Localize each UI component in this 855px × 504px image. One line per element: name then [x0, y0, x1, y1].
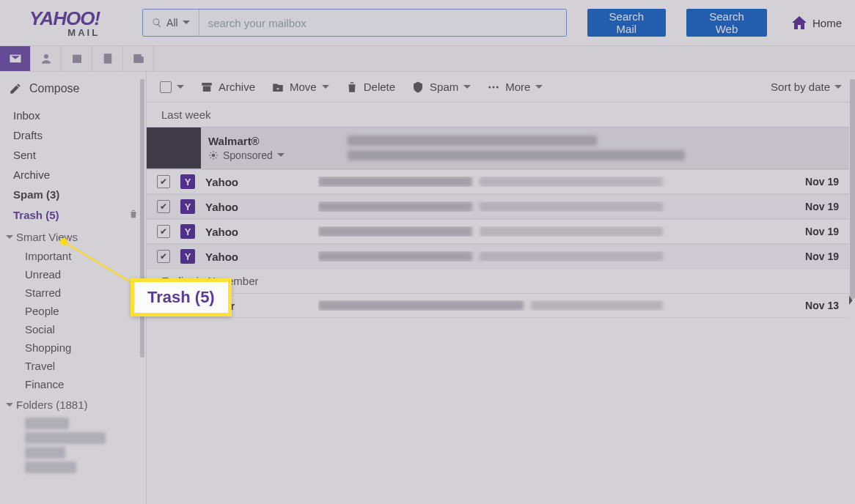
ad-thumbnail — [147, 127, 201, 168]
home-icon — [790, 14, 808, 32]
row-date: Nov 19 — [788, 176, 839, 188]
smart-view-travel[interactable]: Travel — [0, 357, 146, 375]
search-icon — [152, 18, 162, 28]
folder-inbox[interactable]: Inbox — [0, 105, 146, 125]
chevron-down-icon — [535, 81, 543, 93]
row-subject-redacted — [318, 201, 472, 212]
custom-folder-redacted[interactable] — [25, 447, 65, 459]
folder-trash[interactable]: Trash (5) — [0, 204, 146, 226]
chevron-down-icon — [6, 401, 13, 409]
folder-sent[interactable]: Sent — [0, 145, 146, 165]
archive-icon — [200, 81, 213, 94]
row-checkbox[interactable] — [157, 175, 170, 188]
row-sender: Yahoo — [205, 176, 308, 188]
row-subject-redacted — [318, 226, 472, 237]
svg-point-0 — [489, 86, 491, 88]
chevron-down-icon — [277, 149, 285, 161]
message-list: Last week Walmart® Sponsored YYahooNov 1… — [147, 103, 855, 504]
row-sender: Yahoo — [205, 226, 308, 238]
app-tabs — [0, 45, 855, 72]
yahoo-mail-logo[interactable]: YAHOO! MAIL — [29, 7, 100, 38]
chevron-down-icon — [177, 81, 184, 93]
svg-point-1 — [493, 86, 495, 88]
chevron-down-icon — [6, 234, 13, 241]
move-button[interactable]: Move — [271, 81, 329, 94]
smart-view-starred[interactable]: Starred — [0, 284, 146, 302]
sidebar: Compose Inbox Drafts Sent Archive Spam (… — [0, 72, 147, 504]
ad-preview-redacted — [348, 150, 685, 160]
svg-point-2 — [496, 86, 499, 88]
svg-point-3 — [212, 154, 216, 158]
search-mail-button[interactable]: Search Mail — [587, 9, 666, 37]
chevron-down-icon — [463, 81, 471, 93]
folder-drafts[interactable]: Drafts — [0, 125, 146, 145]
row-date: Nov 19 — [788, 226, 839, 237]
yahoo-icon: Y — [180, 199, 195, 214]
home-link[interactable]: Home — [790, 14, 842, 32]
sponsored-ad-row[interactable]: Walmart® Sponsored — [147, 127, 849, 169]
archive-button[interactable]: Archive — [200, 81, 255, 94]
pencil-icon — [9, 82, 22, 95]
message-row[interactable]: YYahooNov 19 — [147, 244, 849, 269]
section-smart-views[interactable]: Smart Views — [0, 226, 146, 247]
row-subject-redacted — [318, 300, 524, 311]
mail-icon — [8, 52, 23, 65]
smart-view-unread[interactable]: Unread — [0, 265, 146, 284]
home-label: Home — [812, 17, 842, 29]
row-subject-redacted — [318, 251, 472, 262]
search-web-button[interactable]: Search Web — [686, 9, 767, 37]
folder-archive[interactable]: Archive — [0, 165, 146, 185]
callout-highlight: Trash (5) — [131, 278, 232, 316]
tab-contacts[interactable] — [31, 46, 62, 71]
smart-view-social[interactable]: Social — [0, 320, 146, 338]
shield-x-icon — [411, 81, 425, 94]
delete-button[interactable]: Delete — [345, 81, 395, 94]
more-button[interactable]: More — [487, 81, 543, 94]
trash-icon[interactable] — [128, 208, 139, 222]
row-preview-redacted — [480, 226, 663, 237]
spam-button[interactable]: Spam — [411, 81, 471, 94]
toolbar: Archive Move Delete Spam More — [147, 72, 855, 103]
contacts-icon — [39, 52, 54, 65]
search-scope-dropdown[interactable]: All — [143, 10, 199, 36]
smart-view-shopping[interactable]: Shopping — [0, 338, 146, 357]
row-sender: Yahoo — [205, 201, 308, 213]
smart-view-finance[interactable]: Finance — [0, 375, 146, 393]
row-preview-redacted — [480, 251, 663, 262]
tab-notepad[interactable] — [92, 46, 123, 71]
group-last-week: Last week — [147, 103, 849, 127]
row-preview-redacted — [480, 177, 663, 187]
custom-folder-redacted[interactable] — [25, 418, 69, 429]
row-checkbox[interactable] — [157, 200, 170, 213]
sponsored-tag[interactable]: Sponsored — [208, 149, 333, 161]
select-all-checkbox[interactable] — [160, 81, 184, 93]
chevron-down-icon — [183, 17, 190, 29]
search-input[interactable] — [199, 10, 566, 36]
row-checkbox[interactable] — [157, 250, 170, 263]
message-row[interactable]: YYahooNov 19 — [147, 194, 849, 219]
more-icon — [487, 81, 500, 94]
ad-subject-redacted — [348, 136, 597, 146]
message-row[interactable]: Flickr Nov 13 — [147, 293, 849, 318]
smart-view-important[interactable]: Important — [0, 247, 146, 265]
yahoo-icon: Y — [180, 174, 195, 189]
custom-folder-redacted[interactable] — [25, 432, 106, 444]
sort-dropdown[interactable]: Sort by date — [771, 81, 842, 93]
row-preview-redacted — [531, 300, 663, 311]
row-date: Nov 19 — [788, 251, 839, 262]
compose-button[interactable]: Compose — [0, 78, 146, 105]
move-icon — [271, 81, 285, 94]
message-row[interactable]: YYahooNov 19 — [147, 169, 849, 194]
tab-calendar[interactable] — [62, 46, 92, 71]
custom-folder-redacted[interactable] — [25, 462, 76, 473]
tab-news[interactable] — [123, 46, 154, 71]
smart-view-people[interactable]: People — [0, 302, 146, 320]
news-icon — [131, 52, 146, 65]
folder-spam[interactable]: Spam (3) — [0, 185, 146, 204]
chevron-down-icon — [834, 81, 842, 93]
row-checkbox[interactable] — [157, 225, 170, 238]
message-row[interactable]: YYahooNov 19 — [147, 219, 849, 244]
yahoo-icon: Y — [180, 224, 195, 239]
section-folders[interactable]: Folders (1881) — [0, 393, 146, 415]
tab-mail[interactable] — [0, 46, 31, 71]
